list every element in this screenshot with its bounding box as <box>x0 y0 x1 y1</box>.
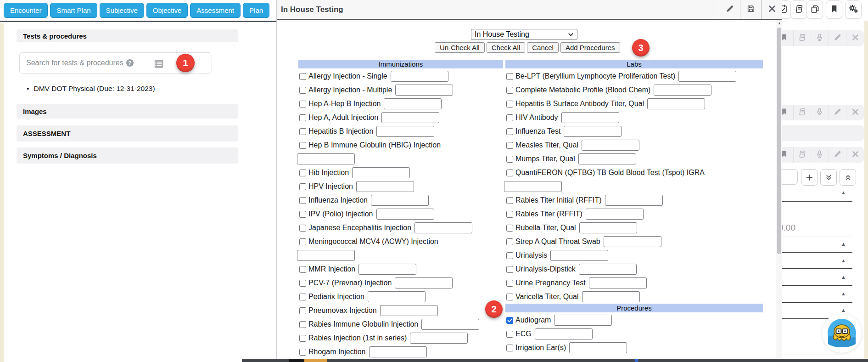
item-value-input[interactable] <box>578 153 636 164</box>
item-checkbox[interactable] <box>506 252 513 259</box>
item-checkbox[interactable] <box>299 128 306 135</box>
item-value-input[interactable] <box>358 264 416 275</box>
item-checkbox[interactable] <box>506 73 513 80</box>
item-value-input[interactable] <box>369 346 427 357</box>
item-checkbox[interactable] <box>506 142 513 149</box>
book-button[interactable] <box>794 147 812 163</box>
item-value-input[interactable] <box>395 277 453 288</box>
item-checkbox[interactable] <box>299 280 306 287</box>
item-value-input[interactable] <box>368 291 426 302</box>
item-checkbox[interactable] <box>506 280 513 287</box>
item-value-input[interactable] <box>410 333 468 344</box>
pencil-button[interactable] <box>829 147 847 163</box>
item-checkbox[interactable] <box>506 128 513 135</box>
item-value-input[interactable] <box>579 222 637 233</box>
item-checkbox[interactable] <box>299 349 306 356</box>
item-value-input[interactable] <box>297 250 355 261</box>
nav-button-plan[interactable]: Plan <box>243 3 269 18</box>
item-value-input[interactable] <box>582 140 639 151</box>
item-value-input[interactable] <box>569 342 627 353</box>
item-checkbox[interactable] <box>299 142 306 149</box>
item-checkbox[interactable] <box>506 197 513 204</box>
item-checkbox[interactable] <box>506 101 513 107</box>
item-value-input[interactable] <box>678 71 736 82</box>
collapse-caret[interactable]: ▲ <box>841 291 846 296</box>
collapse-all-button[interactable] <box>820 169 837 186</box>
item-value-input[interactable] <box>381 112 439 123</box>
item-checkbox[interactable] <box>506 87 513 94</box>
save-button[interactable] <box>740 0 761 19</box>
book-button[interactable] <box>790 0 807 19</box>
item-checkbox[interactable] <box>506 211 513 218</box>
item-checkbox[interactable] <box>506 238 513 245</box>
section-symptoms-diagnosis[interactable]: Symptoms / Diagnosis <box>17 147 238 164</box>
mascot-widget-button[interactable] <box>822 313 862 353</box>
item-value-input[interactable] <box>647 98 705 109</box>
collapse-caret[interactable]: ▲ <box>841 258 846 263</box>
item-value-input[interactable] <box>376 126 434 137</box>
cancel-button[interactable]: Cancel <box>527 42 559 53</box>
collapse-caret[interactable]: ▲ <box>841 274 846 280</box>
close-button[interactable] <box>846 105 864 120</box>
item-value-input[interactable] <box>550 250 608 261</box>
item-checkbox[interactable] <box>299 197 306 204</box>
item-checkbox[interactable] <box>299 335 306 342</box>
item-value-input[interactable] <box>391 71 448 82</box>
close-button[interactable] <box>846 30 864 46</box>
item-checkbox[interactable] <box>506 294 513 300</box>
item-checkbox[interactable] <box>506 225 513 232</box>
item-value-input[interactable] <box>554 315 612 326</box>
item-checkbox[interactable] <box>299 321 306 328</box>
item-checkbox[interactable] <box>299 225 306 232</box>
nav-button-subjective[interactable]: Subjective <box>100 3 144 18</box>
item-checkbox[interactable] <box>506 170 513 176</box>
procedure-type-select[interactable]: In House Testing <box>471 29 577 40</box>
item-checkbox[interactable] <box>506 331 513 338</box>
nav-button-smart-plan[interactable]: Smart Plan <box>50 3 97 18</box>
item-checkbox[interactable] <box>299 211 306 218</box>
item-value-input[interactable] <box>376 209 434 220</box>
add-procedures-button[interactable]: Add Procedures <box>560 42 620 53</box>
pencil-button[interactable] <box>719 0 740 19</box>
item-checkbox[interactable] <box>299 170 306 176</box>
item-value-input[interactable] <box>535 328 593 339</box>
dialog-scrollbar[interactable]: ▲ <box>776 20 782 359</box>
microphone-button[interactable] <box>811 105 829 120</box>
check-all-button[interactable]: Check All <box>487 42 526 53</box>
item-checkbox[interactable] <box>506 114 513 121</box>
collapse-caret[interactable]: ▲ <box>841 190 846 195</box>
un-check-all-button[interactable]: Un-Check All <box>435 42 485 53</box>
item-value-input[interactable] <box>356 181 414 192</box>
expand-all-button[interactable] <box>840 169 856 186</box>
close-button[interactable] <box>761 0 782 19</box>
item-checkbox[interactable] <box>299 73 306 80</box>
item-checkbox[interactable] <box>299 238 306 245</box>
nav-button-encounter[interactable]: Encounter <box>4 3 48 18</box>
nav-button-assessment[interactable]: Assessment <box>190 3 241 18</box>
item-value-input[interactable] <box>352 167 410 178</box>
microphone-button[interactable] <box>811 147 829 163</box>
close-button[interactable] <box>846 147 864 163</box>
item-value-input[interactable] <box>582 291 640 302</box>
item-value-input[interactable] <box>564 126 622 137</box>
item-checkbox[interactable] <box>299 294 306 300</box>
list-icon[interactable] <box>154 59 164 68</box>
item-checkbox[interactable] <box>299 87 306 94</box>
copy-button[interactable] <box>806 0 823 19</box>
bookmark-button[interactable] <box>826 0 842 19</box>
section-images[interactable]: Images <box>17 104 238 119</box>
item-value-input[interactable] <box>605 195 663 206</box>
collapse-caret[interactable]: ▲ <box>841 307 846 313</box>
item-checkbox[interactable] <box>506 266 513 273</box>
scroll-up-arrow[interactable]: ▲ <box>777 21 782 25</box>
collapse-caret[interactable]: ▲ <box>841 241 846 247</box>
item-checkbox[interactable] <box>299 101 306 107</box>
item-value-input[interactable] <box>504 181 562 192</box>
pencil-button[interactable] <box>829 105 847 120</box>
section-tests-procedures[interactable]: Tests & procedures <box>17 29 238 42</box>
item-value-input[interactable] <box>654 85 711 96</box>
item-value-input[interactable] <box>384 98 442 109</box>
add-button[interactable] <box>801 169 818 186</box>
item-value-input[interactable] <box>579 264 637 275</box>
nav-button-objective[interactable]: Objective <box>146 3 188 18</box>
